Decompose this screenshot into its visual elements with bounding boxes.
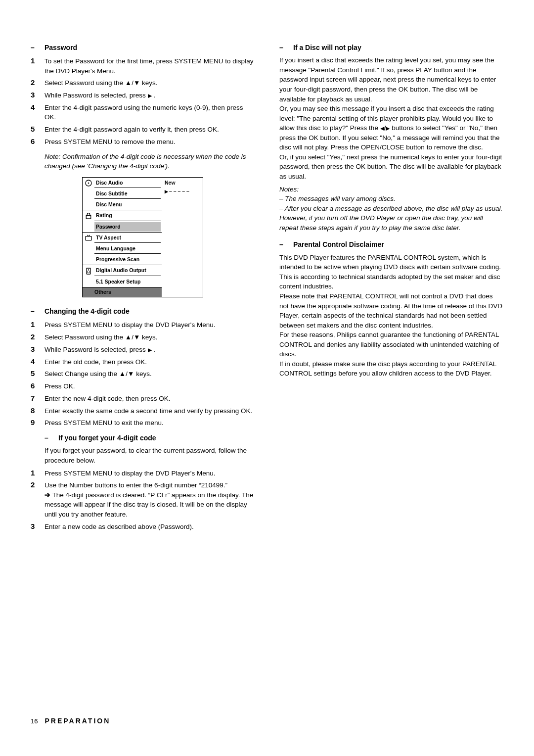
page-number: 16 — [31, 717, 38, 726]
step-text: Press OK. — [44, 381, 255, 391]
step-text: Press SYSTEM MENU to remove the menu. — [44, 137, 255, 147]
right-icon — [148, 92, 152, 99]
menu-right-value: ▶– – – – – — [165, 188, 200, 195]
step-text: Enter the old code, then press OK. — [44, 357, 255, 367]
up-icon — [125, 79, 132, 87]
svg-rect-3 — [86, 236, 91, 240]
menu-right-label: New — [165, 179, 200, 187]
step-text: Press SYSTEM MENU to display the DVD Pla… — [44, 320, 255, 330]
menu-group-lock: Rating Password — [83, 210, 162, 232]
step-text: Select Password using the / keys. — [44, 78, 255, 88]
menu-item: 5.1 Speaker Setup — [94, 277, 161, 286]
change-steps: 1Press SYSTEM MENU to display the DVD Pl… — [31, 319, 255, 428]
menu-item: Menu Language — [94, 244, 161, 254]
heading-disclaimer-text: Parental Control Disclaimer — [293, 239, 384, 249]
heading-forget-code-text: If you forget your 4-digit code — [58, 433, 156, 443]
svg-rect-4 — [87, 268, 90, 274]
step-text: Enter the new 4-digit code, then press O… — [44, 394, 255, 404]
notplay-p2: Or, you may see this message if you inse… — [279, 104, 503, 152]
disclaimer-p3: For these reasons, Philips cannot guaran… — [279, 330, 503, 359]
heading-disclaimer: – Parental Control Disclaimer — [279, 239, 503, 249]
menu-group-tv: TV Aspect Menu Language Progressive Scan — [83, 232, 162, 265]
svg-rect-2 — [86, 216, 90, 219]
note-line: – After you clear a message as described… — [279, 204, 503, 233]
disc-icon — [84, 179, 93, 188]
osd-menu-figure: Disc Audio Disc Subtitle Disc Menu — [82, 177, 203, 297]
svg-point-5 — [88, 271, 90, 273]
password-note: Note: Confirmation of the 4-digit code i… — [44, 152, 255, 171]
step-text: Enter a new code as described above (Pas… — [44, 522, 255, 532]
disclaimer-p2: Please note that PARENTAL CONTROL will n… — [279, 291, 503, 330]
note-line: – The messages will vary among discs. — [279, 194, 503, 204]
svg-point-1 — [88, 182, 89, 184]
up-icon — [125, 333, 132, 341]
right-column: – If a Disc will not play If you insert … — [279, 39, 503, 536]
menu-item-highlighted: Password — [94, 222, 161, 232]
up-icon — [119, 370, 126, 378]
step-text: Enter the 4-digit password using the num… — [44, 103, 255, 122]
heading-disc-not-play: – If a Disc will not play — [279, 43, 503, 52]
menu-item: Rating — [94, 211, 161, 221]
menu-item-others: Others — [83, 287, 162, 297]
notplay-notes: Notes: – The messages will vary among di… — [279, 185, 503, 233]
left-column: – Password 1To set the Password for the … — [31, 39, 255, 536]
step-text: Enter exactly the same code a second tim… — [44, 406, 255, 416]
disclaimer-p4: If in doubt, please make sure the disc p… — [279, 359, 503, 378]
password-steps: 1To set the Password for the first time,… — [31, 55, 255, 146]
down-icon — [134, 79, 140, 87]
step-text: Press SYSTEM MENU to display the DVD Pla… — [44, 469, 255, 478]
menu-item: Progressive Scan — [94, 255, 161, 264]
menu-item: Digital Audio Output — [94, 266, 161, 276]
step-text: Use the Number buttons to enter the 6-di… — [44, 480, 255, 519]
heading-disc-not-play-text: If a Disc will not play — [293, 43, 361, 52]
down-icon — [128, 370, 134, 378]
forget-intro: If you forget your password, to clear th… — [44, 446, 255, 465]
heading-password: – Password — [31, 43, 255, 52]
menu-item: TV Aspect — [94, 233, 161, 243]
notplay-p1: If you insert a disc that exceeds the ra… — [279, 55, 503, 104]
forget-steps: 1Press SYSTEM MENU to display the DVD Pl… — [31, 468, 255, 532]
speaker-icon — [84, 267, 93, 276]
disclaimer-p1: This DVD Player features the PARENTAL CO… — [279, 253, 503, 291]
heading-change-code: – Changing the 4-digit code — [31, 306, 255, 316]
left-icon — [380, 124, 384, 132]
result-arrow-icon — [44, 491, 50, 499]
step-text: Select Password using the / keys. — [44, 332, 255, 342]
footer-section: PREPARATION — [44, 716, 110, 726]
menu-item: Disc Audio — [94, 178, 161, 188]
heading-password-text: Password — [44, 43, 77, 52]
step-text: Enter the 4-digit password again to veri… — [44, 125, 255, 135]
step-text: Select Change using the / keys. — [44, 369, 255, 379]
page-footer: 16 PREPARATION — [31, 716, 110, 726]
svg-point-6 — [88, 269, 89, 270]
step-text: To set the Password for the first time, … — [44, 56, 255, 76]
tv-icon — [84, 234, 93, 242]
step-text: While Password is selected, press . — [44, 91, 255, 100]
heading-change-code-text: Changing the 4-digit code — [44, 306, 130, 316]
menu-group-speaker: Digital Audio Output 5.1 Speaker Setup — [83, 265, 162, 286]
notes-label: Notes: — [279, 185, 503, 194]
step-text: While Password is selected, press . — [44, 345, 255, 355]
notplay-p3: Or, if you select "Yes," next press the … — [279, 152, 503, 182]
menu-item: Disc Menu — [94, 200, 161, 209]
menu-group-disc: Disc Audio Disc Subtitle Disc Menu — [83, 178, 162, 210]
heading-forget-code: – If you forget your 4-digit code — [44, 433, 255, 443]
down-icon — [134, 333, 140, 341]
page-columns: – Password 1To set the Password for the … — [31, 39, 503, 536]
right-icon — [148, 346, 152, 353]
step-text: Press SYSTEM MENU to exit the menu. — [44, 418, 255, 428]
menu-item: Disc Subtitle — [94, 189, 161, 199]
lock-icon — [84, 211, 93, 220]
